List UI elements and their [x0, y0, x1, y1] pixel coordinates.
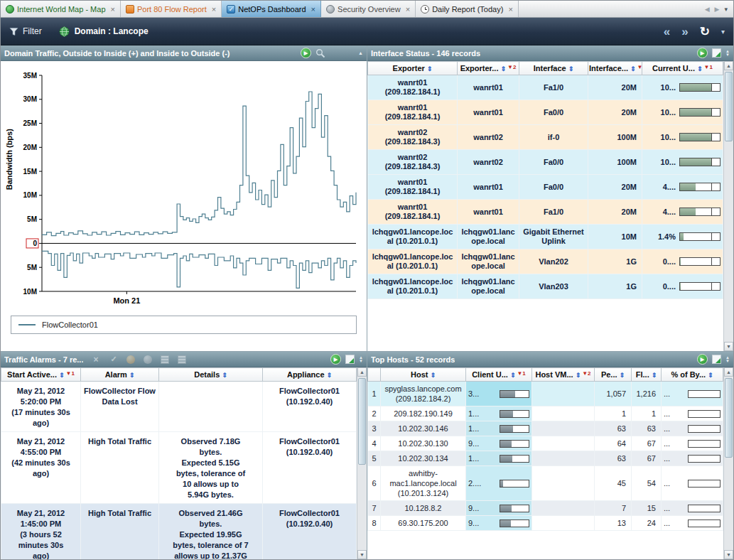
scrollbar-track[interactable]	[724, 70, 733, 342]
tab-scroll-right-icon[interactable]: ▶	[715, 6, 720, 13]
host-row[interactable]: 710.128.8.29...715...	[368, 501, 723, 516]
toolbar-menu-icon[interactable]: ▾	[721, 28, 725, 36]
tab-close-icon[interactable]: ×	[212, 5, 216, 14]
go-navigation-button[interactable]: ▶	[697, 354, 708, 365]
sort-icon[interactable]: ⇕	[327, 372, 333, 379]
host-row[interactable]: 869.30.175.2009...1324...	[368, 516, 723, 531]
sort-icon[interactable]: ⇕	[430, 372, 436, 379]
collapse-panel-icon[interactable]: ▲▼	[725, 50, 730, 57]
column-header-appliance[interactable]: Appliance⇕	[263, 368, 357, 382]
alarm-row[interactable]: May 21, 2012 5:20:00 PM (17 minutes 30s …	[1, 382, 357, 432]
alarm-row[interactable]: May 21, 2012 1:45:00 PM (3 hours 52 minu…	[1, 504, 357, 560]
column-header-flows[interactable]: Fl...⇕	[632, 368, 662, 382]
close-alarm-icon[interactable]: ×	[91, 355, 100, 364]
scrollbar-track[interactable]	[357, 377, 367, 550]
alarm-row[interactable]: May 21, 2012 4:55:00 PM (42 minutes 30s …	[1, 432, 357, 504]
sort-icon[interactable]: ⇕	[427, 65, 433, 72]
sort-icon[interactable]: ⇕	[652, 372, 657, 379]
column-header-client-utilization[interactable]: Client U...⇕▼1	[466, 368, 532, 382]
history-forward-button[interactable]: »	[681, 26, 688, 38]
collapse-panel-icon[interactable]: ▲▼	[725, 356, 730, 363]
scrollbar-track[interactable]	[724, 377, 733, 550]
host-row[interactable]: 1spyglass.lancope.com (209.182.184.2)3..…	[368, 382, 723, 406]
interface-row[interactable]: wanrt01 (209.182.184.1)wanrt01Fa0/020M4.…	[368, 175, 723, 200]
alarm-report-icon[interactable]	[161, 355, 169, 364]
column-header-pct-bytes[interactable]: % of By...⇕	[662, 368, 723, 382]
sort-icon[interactable]: ⇕	[620, 372, 625, 379]
tab-scroll-left-icon[interactable]: ◀	[705, 6, 710, 13]
collapse-panel-icon[interactable]: ▲	[358, 50, 363, 55]
export-table-button[interactable]	[712, 355, 721, 364]
interface-row[interactable]: wanrt01 (209.182.184.1)wanrt01Fa1/020M4.…	[368, 200, 723, 225]
scroll-up-icon[interactable]: ▲	[724, 61, 733, 70]
vertical-scrollbar[interactable]: ▲ ▼	[723, 367, 733, 559]
refresh-button[interactable]: ↻	[700, 26, 710, 38]
tab-close-icon[interactable]: ×	[508, 5, 512, 14]
domain-selector[interactable]: Domain : Lancope	[59, 26, 149, 37]
tab-security-overview[interactable]: Security Overview×	[321, 1, 416, 17]
sort-icon[interactable]: ⇕	[708, 372, 713, 379]
sort-icon[interactable]: ⇕	[500, 65, 506, 72]
tab-daily-report-today[interactable]: Daily Report (Today)×	[416, 1, 519, 17]
scrollbar-thumb[interactable]	[358, 378, 366, 465]
interface-row[interactable]: wanrt02 (209.182.184.3)wanrt02if-0100M10…	[368, 125, 723, 150]
scroll-up-icon[interactable]: ▲	[357, 367, 367, 377]
go-navigation-button[interactable]: ▶	[301, 48, 311, 58]
tab-close-icon[interactable]: ×	[406, 5, 410, 14]
host-row[interactable]: 2209.182.190.1491...11...	[368, 406, 723, 421]
sort-icon[interactable]: ⇕	[129, 372, 135, 379]
scrollbar-thumb[interactable]	[725, 72, 733, 141]
tab-close-icon[interactable]: ×	[311, 5, 315, 14]
host-row[interactable]: 310.202.30.1461...6363...	[368, 421, 723, 436]
sort-icon[interactable]: ⇕	[510, 372, 516, 379]
scroll-down-icon[interactable]: ▼	[724, 550, 733, 559]
vertical-scrollbar[interactable]: ▲ ▼	[357, 367, 367, 559]
column-header-peers[interactable]: Pe...⇕	[595, 368, 632, 382]
tab-close-icon[interactable]: ×	[111, 5, 115, 14]
column-header-current-utilization[interactable]: Current U...⇕▼1	[642, 62, 723, 75]
sort-icon[interactable]: ⇕	[59, 372, 65, 379]
vertical-scrollbar[interactable]: ▲ ▼	[723, 61, 733, 351]
sort-icon[interactable]: ⇕	[568, 65, 574, 72]
tab-list-icon[interactable]: ▾	[724, 6, 728, 13]
interface-row[interactable]: wanrt02 (209.182.184.3)wanrt02Fa0/0100M1…	[368, 150, 723, 175]
column-header-host-vm[interactable]: Host VM...⇕▼2	[532, 368, 595, 382]
column-header-alarm[interactable]: Alarm⇕	[81, 368, 159, 382]
interface-row[interactable]: lchqgw01.lancope.local (10.201.0.1)lchqg…	[368, 274, 723, 299]
acknowledge-alarm-icon[interactable]: ✓	[109, 355, 118, 364]
export-table-button[interactable]	[712, 48, 721, 58]
sort-icon[interactable]: ⇕	[697, 65, 703, 72]
column-header-start-active[interactable]: Start Active...⇕▼1	[1, 368, 81, 382]
scroll-down-icon[interactable]: ▼	[357, 550, 367, 559]
go-navigation-button[interactable]: ▶	[330, 354, 341, 365]
column-header-interface-speed[interactable]: Interface...⇕▼3	[588, 62, 642, 75]
tab-port-80-flow-report[interactable]: Port 80 Flow Report×	[121, 1, 222, 17]
host-row[interactable]: 6awhitby-mac1.lancope.local (10.201.3.12…	[368, 466, 723, 501]
collapse-panel-icon[interactable]: ▲▼	[359, 356, 363, 363]
alarm-note-icon[interactable]	[126, 355, 135, 364]
tab-netops-dashboard[interactable]: NetOPs Dashboard×	[222, 1, 321, 17]
column-header-details[interactable]: Details⇕	[159, 368, 263, 382]
interface-row[interactable]: wanrt01 (209.182.184.1)wanrt01Fa1/020M10…	[368, 75, 723, 100]
column-header-host[interactable]: Host⇕	[381, 368, 466, 382]
column-header-interface[interactable]: Interface⇕	[519, 62, 588, 75]
sort-icon[interactable]: ⇕	[630, 65, 636, 72]
sort-icon[interactable]: ⇕	[576, 372, 581, 379]
history-back-button[interactable]: «	[664, 26, 670, 38]
interface-row[interactable]: lchqgw01.lancope.local (10.201.0.1)lchqg…	[368, 225, 723, 249]
scroll-down-icon[interactable]: ▼	[724, 342, 733, 351]
host-row[interactable]: 410.202.30.1309...6467...	[368, 436, 723, 451]
column-header-exporter-2[interactable]: Exporter...⇕▼2	[458, 62, 519, 75]
column-header-exporter[interactable]: Exporter⇕	[368, 62, 458, 75]
alarm-document-icon[interactable]	[178, 355, 186, 364]
tab-internet-world-map[interactable]: Internet World Map - Map×	[1, 1, 121, 17]
zoom-search-icon[interactable]	[315, 48, 325, 58]
export-table-button[interactable]	[345, 355, 355, 364]
filter-button[interactable]: Filter	[9, 26, 42, 36]
alarm-block-icon[interactable]	[144, 355, 152, 364]
sort-icon[interactable]: ⇕	[222, 372, 227, 379]
go-navigation-button[interactable]: ▶	[697, 48, 708, 58]
host-row[interactable]: 510.202.30.1341...6367...	[368, 451, 723, 466]
interface-row[interactable]: lchqgw01.lancope.local (10.201.0.1)lchqg…	[368, 249, 723, 274]
scroll-up-icon[interactable]: ▲	[724, 367, 733, 377]
